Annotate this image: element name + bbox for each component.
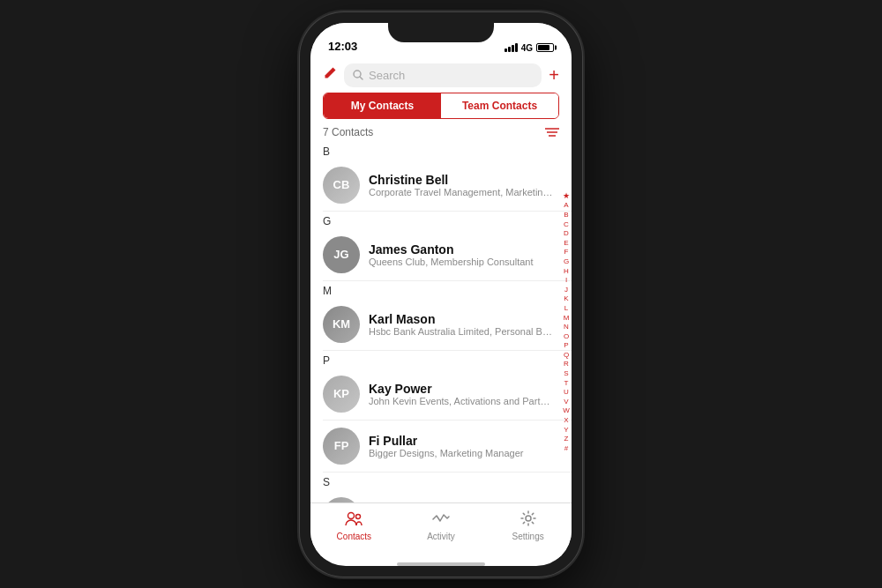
avatar: FP xyxy=(323,428,360,465)
contact-item[interactable]: KMKarl MasonHsbc Bank Australia Limited,… xyxy=(323,299,572,351)
alphabet-letter-s[interactable]: S xyxy=(564,369,568,378)
contact-detail: Hsbc Bank Australia Limited, Personal Ba… xyxy=(369,326,554,337)
phone-frame: 12:03 4G xyxy=(300,12,582,577)
tab-team-contacts[interactable]: Team Contacts xyxy=(441,93,558,118)
home-indicator xyxy=(397,562,485,566)
contact-list: BCBChristine BellCorporate Travel Manage… xyxy=(310,142,572,502)
contact-name: Christine Bell xyxy=(369,173,554,187)
contact-info: James GantonQueens Club, Membership Cons… xyxy=(369,242,554,267)
alphabet-letter-p[interactable]: P xyxy=(564,341,568,350)
nav-label: Contacts xyxy=(337,532,371,541)
contact-list-container: BCBChristine BellCorporate Travel Manage… xyxy=(310,142,572,502)
contact-info: Kay PowerJohn Kevin Events, Activations … xyxy=(369,382,554,406)
alphabet-letter-q[interactable]: Q xyxy=(564,351,569,360)
alphabet-letter-v[interactable]: V xyxy=(564,398,568,406)
svg-point-5 xyxy=(348,512,355,518)
contact-tabs: My Contacts Team Contacts xyxy=(323,93,559,119)
alphabet-letter-star[interactable]: ★ xyxy=(563,191,570,201)
alphabet-letter-x[interactable]: X xyxy=(564,416,568,425)
contact-item[interactable]: JGJames GantonQueens Club, Membership Co… xyxy=(323,229,572,281)
alphabet-letter-h[interactable]: H xyxy=(564,267,569,276)
avatar: KP xyxy=(323,376,360,413)
alphabet-letter-m[interactable]: M xyxy=(564,314,570,323)
section-letter-p: P xyxy=(323,351,572,368)
nav-label: Settings xyxy=(512,532,544,541)
alphabet-letter-g[interactable]: G xyxy=(564,257,569,266)
contact-detail: Queens Club, Membership Consultant xyxy=(369,257,554,267)
alphabet-letter-z[interactable]: Z xyxy=(564,435,569,443)
add-contact-button[interactable]: + xyxy=(549,65,559,86)
avatar: KM xyxy=(323,306,360,343)
alphabet-letter-b[interactable]: B xyxy=(564,211,568,220)
nav-icon-settings xyxy=(520,510,536,530)
signal-icon xyxy=(505,43,518,52)
contact-item[interactable]: CBChristine BellCorporate Travel Managem… xyxy=(323,160,572,212)
contact-detail: John Kevin Events, Activations and Partn… xyxy=(369,396,554,406)
contact-info: Karl MasonHsbc Bank Australia Limited, P… xyxy=(369,312,554,337)
alphabet-letter-u[interactable]: U xyxy=(564,388,569,397)
avatar: PS xyxy=(323,497,360,502)
contacts-header: 7 Contacts xyxy=(310,119,572,142)
alphabet-letter-d[interactable]: D xyxy=(564,229,569,238)
notch xyxy=(388,23,494,42)
section-letter-s: S xyxy=(323,473,572,490)
alphabet-letter-n[interactable]: N xyxy=(564,323,569,331)
alphabet-letter-y[interactable]: Y xyxy=(564,426,568,435)
alphabet-sidebar: ★ABCDEFGHIJKLMNOPQRSTUVWXYZ# xyxy=(563,142,570,502)
network-label: 4G xyxy=(521,43,533,53)
nav-item-contacts[interactable]: Contacts xyxy=(310,510,398,541)
alphabet-letter-w[interactable]: W xyxy=(563,406,570,415)
contact-name: James Ganton xyxy=(369,242,554,257)
alphabet-letter-e[interactable]: E xyxy=(564,239,568,248)
pencil-button[interactable] xyxy=(323,66,337,84)
alphabet-letter-k[interactable]: K xyxy=(564,294,568,303)
contact-name: Karl Mason xyxy=(369,312,554,326)
svg-line-1 xyxy=(360,77,363,79)
contact-item[interactable]: PSPaul SmartmanCorporate Travel Manageme… xyxy=(323,490,572,502)
status-time: 12:03 xyxy=(328,40,357,53)
phone-screen: 12:03 4G xyxy=(310,23,572,566)
search-bar[interactable]: Search xyxy=(344,63,542,87)
toolbar: Search + xyxy=(310,58,572,93)
alphabet-letter-t[interactable]: T xyxy=(564,379,569,388)
search-icon xyxy=(353,70,363,80)
nav-icon-activity xyxy=(432,510,450,530)
alphabet-letter-a[interactable]: A xyxy=(564,201,568,210)
alphabet-letter-i[interactable]: I xyxy=(565,276,567,285)
nav-item-activity[interactable]: Activity xyxy=(398,510,485,541)
avatar: CB xyxy=(323,167,360,204)
contact-detail: Corporate Travel Management, Marketing M… xyxy=(369,187,554,197)
contact-item[interactable]: KPKay PowerJohn Kevin Events, Activation… xyxy=(323,368,572,421)
nav-item-settings[interactable]: Settings xyxy=(484,510,572,541)
search-placeholder: Search xyxy=(369,69,405,82)
nav-label: Activity xyxy=(427,532,455,541)
alphabet-letter-j[interactable]: J xyxy=(564,286,568,294)
bottom-nav: Contacts Activity Settings xyxy=(310,502,572,559)
alphabet-letter-o[interactable]: O xyxy=(564,332,569,341)
status-icons: 4G xyxy=(505,43,554,53)
battery-icon xyxy=(536,43,554,52)
alphabet-letter-l[interactable]: L xyxy=(564,304,568,313)
contact-name: Fi Pullar xyxy=(369,434,554,448)
alphabet-letter-#[interactable]: # xyxy=(564,444,568,453)
section-letter-g: G xyxy=(323,212,572,229)
alphabet-letter-c[interactable]: C xyxy=(564,220,569,229)
contact-item[interactable]: FPFi PullarBigger Designs, Marketing Man… xyxy=(323,421,572,473)
svg-point-7 xyxy=(526,516,531,521)
contact-info: Fi PullarBigger Designs, Marketing Manag… xyxy=(369,434,554,458)
contact-info: Christine BellCorporate Travel Managemen… xyxy=(369,173,554,197)
filter-icon[interactable] xyxy=(545,127,559,138)
contact-name: Kay Power xyxy=(369,382,554,396)
contact-detail: Bigger Designs, Marketing Manager xyxy=(369,448,554,458)
nav-icon-contacts xyxy=(345,510,363,530)
avatar: JG xyxy=(323,236,360,273)
svg-point-6 xyxy=(356,514,361,518)
section-letter-b: B xyxy=(323,142,572,160)
section-letter-m: M xyxy=(323,281,572,299)
contacts-count: 7 Contacts xyxy=(323,126,373,138)
alphabet-letter-r[interactable]: R xyxy=(564,360,569,368)
tab-my-contacts[interactable]: My Contacts xyxy=(324,93,441,118)
alphabet-letter-f[interactable]: F xyxy=(564,248,569,257)
